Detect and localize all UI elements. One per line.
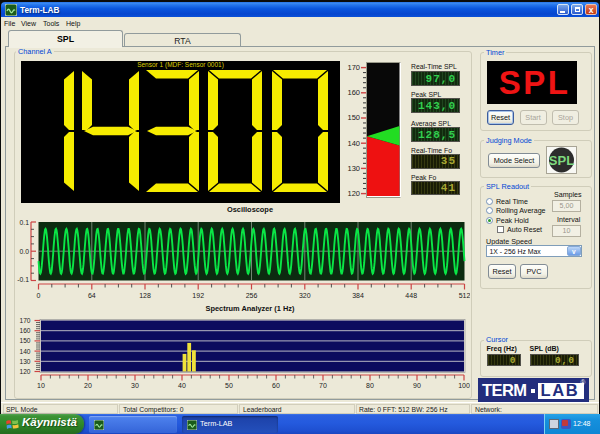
svg-text:SPL: SPL [549,153,574,168]
